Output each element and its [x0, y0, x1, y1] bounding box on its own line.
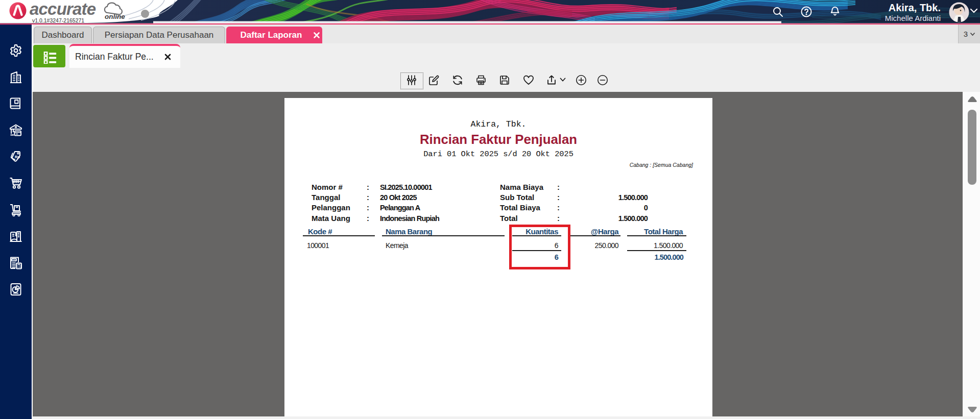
svg-text:TAX: TAX — [12, 259, 17, 261]
svg-text:Rp: Rp — [15, 155, 20, 159]
